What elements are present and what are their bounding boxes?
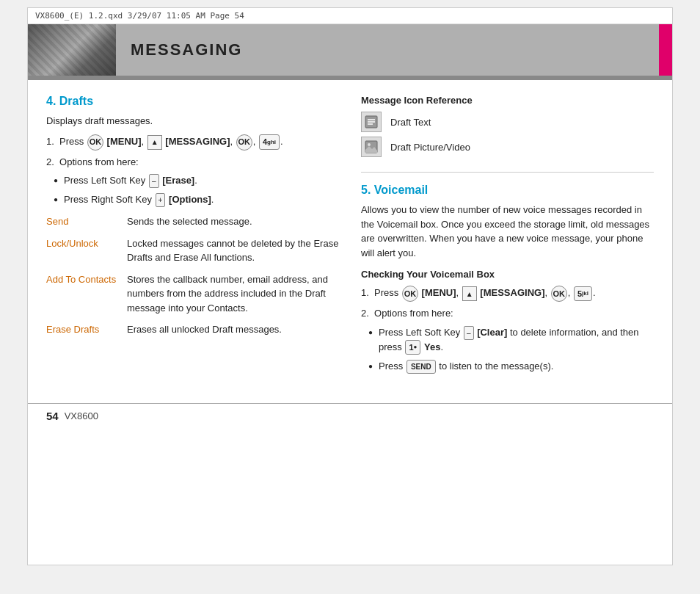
key-nav-up-vm: ▲ [462,286,477,301]
key-5: 5jkl [574,286,592,302]
icon-ref-title: Message Icon Reference [361,95,654,106]
key-ok-1: OK [87,134,103,151]
key-ok-2: OK [236,134,252,151]
checking-subtitle: Checking Your Voicemail Box [361,269,654,280]
bullet-item-1: ● Press Left Soft Key – [Erase]. [54,173,339,188]
left-column: 4. Drafts Displays draft messages. 1. Pr… [46,95,339,381]
section4-desc: Displays draft messages. [46,114,339,128]
key-1: 1● [405,340,420,355]
key-soft-right-1: + [156,193,166,207]
header-pink-strip [659,24,672,76]
draft-text-label: Draft Text [390,117,431,128]
action-row-erase: Erase Drafts Erases all unlocked Draft m… [46,322,339,337]
icon-ref-section: Message Icon Reference Draft Text [361,95,654,157]
file-info-bar: VX8600_(E) 1.2.qxd 3/29/07 11:05 AM Page… [28,8,672,24]
action-desc-send: Sends the selected message. [127,214,339,229]
options-label: [Options] [169,194,211,205]
voicemail-section: 5. Voicemail Allows you to view the numb… [361,184,654,374]
bullet-dot-1: ● [54,175,58,186]
right-column: Message Icon Reference Draft Text [361,95,654,381]
action-desc-lock: Locked messages cannot be deleted by the… [127,236,339,265]
action-row-lock: Lock/Unlock Locked messages cannot be de… [46,236,339,265]
action-label-erase: Erase Drafts [46,322,127,337]
step2-line: 2. Options from here: [46,155,339,170]
key-menu-vm: [MENU] [422,287,456,298]
action-desc-erase: Erases all unlocked Draft messages. [127,322,339,337]
key-soft-left-1: – [149,174,159,188]
action-label-lock: Lock/Unlock [46,236,127,251]
clear-label: [Clear] [477,327,507,338]
vm-bullet-dot-2: ● [368,361,373,372]
separator [361,172,654,173]
key-ok-vm-1: OK [402,286,418,302]
key-messaging-label-1: [MESSAGING] [165,136,230,147]
vm-bullet2-text: Press SEND to listen to the message(s). [379,359,553,374]
draft-picture-label: Draft Picture/Video [390,142,470,153]
section5-desc: Allows you to view the number of new voi… [361,203,654,260]
step1-line: 1. Press OK [MENU], ▲ [MESSAGING], OK, 4… [46,134,339,151]
file-info-text: VX8600_(E) 1.2.qxd 3/29/07 11:05 AM Page… [35,11,244,21]
erase-label: [Erase] [162,175,194,186]
draft-text-icon [361,112,382,132]
key-menu-label: [MENU] [107,136,142,147]
action-row-contacts: Add To Contacts Stores the callback numb… [46,272,339,316]
bullet-dot-2: ● [54,194,58,205]
key-messaging-label-vm: [MESSAGING] [480,287,544,298]
voicemail-step2: 2. Options from here: [361,306,654,321]
draft-picture-svg [364,140,379,154]
section4-title: 4. Drafts [46,95,339,108]
action-table: Send Sends the selected message. Lock/Un… [46,214,339,337]
svg-point-5 [368,143,371,146]
bullet-list: ● Press Left Soft Key – [Erase]. ● Press… [54,173,339,207]
header-image [28,24,116,76]
voicemail-bullet-1: ● Press Left Soft Key – [Clear] to delet… [368,325,654,355]
header-image-inner [28,24,116,76]
action-desc-contacts: Stores the callback number, email addres… [127,272,339,316]
page-footer: 54 VX8600 [28,403,672,428]
model-name: VX8600 [65,410,98,421]
key-ok-vm-2: OK [551,286,567,302]
header-section: MESSAGING [28,24,672,76]
action-label-send: Send [46,214,127,229]
voicemail-step1: 1. Press OK [MENU], ▲ [MESSAGING], OK, 5… [361,286,654,302]
key-nav-up-1: ▲ [147,135,162,150]
key-send: SEND [406,360,436,374]
voicemail-bullet-2: ● Press SEND to listen to the message(s)… [368,359,654,374]
voicemail-bullet-list: ● Press Left Soft Key – [Clear] to delet… [368,325,654,374]
bullet1-text: Press Left Soft Key – [Erase]. [64,173,197,188]
page-title: MESSAGING [131,40,242,59]
draft-picture-icon [361,137,382,157]
key-4: 4ghi [259,134,280,150]
icon-ref-row-2: Draft Picture/Video [361,137,654,157]
key-soft-clear: – [464,326,474,340]
main-content: 4. Drafts Displays draft messages. 1. Pr… [28,80,672,396]
icon-ref-row-1: Draft Text [361,112,654,132]
vm-bullet-dot-1: ● [368,327,373,338]
page-number: 54 [46,410,59,422]
yes-label: Yes [424,341,440,352]
vm-bullet1-text: Press Left Soft Key – [Clear] to delete … [379,325,654,355]
bullet-item-2: ● Press Right Soft Key + [Options]. [54,192,339,207]
header-title-bar: MESSAGING [116,24,659,76]
action-label-contacts: Add To Contacts [46,272,127,287]
bullet2-text: Press Right Soft Key + [Options]. [64,192,214,207]
action-row-send: Send Sends the selected message. [46,214,339,229]
draft-text-svg [364,115,379,129]
section5-title: 5. Voicemail [361,184,654,197]
page-container: VX8600_(E) 1.2.qxd 3/29/07 11:05 AM Page… [27,7,673,565]
